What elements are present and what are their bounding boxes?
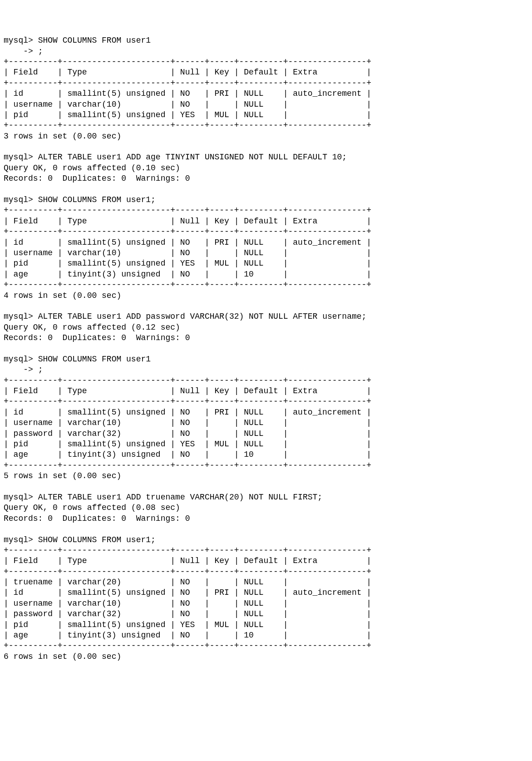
- table-row: | password | varchar(32) | NO | | NULL |…: [4, 429, 371, 438]
- sql-command: ALTER TABLE user1 ADD password VARCHAR(3…: [38, 312, 367, 321]
- continuation-prompt: ->: [4, 47, 38, 56]
- table-row: | id | smallint(5) unsigned | NO | PRI |…: [4, 408, 371, 417]
- table-border: +----------+----------------------+-----…: [4, 57, 371, 66]
- prompt: mysql>: [4, 153, 38, 162]
- table-border: +----------+----------------------+-----…: [4, 567, 371, 576]
- table-border: +----------+----------------------+-----…: [4, 376, 371, 385]
- sql-command: ;: [38, 47, 43, 56]
- table-border: +----------+----------------------+-----…: [4, 206, 371, 215]
- table-border: +----------+----------------------+-----…: [4, 546, 371, 555]
- table-row: | pid | smallint(5) unsigned | YES | MUL…: [4, 440, 371, 449]
- table-row: | age | tinyint(3) unsigned | NO | | 10 …: [4, 270, 371, 279]
- sql-command: ;: [38, 365, 43, 374]
- table-row: | id | smallint(5) unsigned | NO | PRI |…: [4, 238, 371, 247]
- table-header: | Field | Type | Null | Key | Default | …: [4, 386, 371, 395]
- sql-command: SHOW COLUMNS FROM user1;: [38, 195, 156, 204]
- prompt: mysql>: [4, 535, 38, 544]
- records-line: Records: 0 Duplicates: 0 Warnings: 0: [4, 174, 190, 183]
- prompt: mysql>: [4, 195, 38, 204]
- prompt: mysql>: [4, 493, 38, 502]
- table-row: | pid | smallint(5) unsigned | YES | MUL…: [4, 620, 371, 629]
- sql-command: SHOW COLUMNS FROM user1: [38, 355, 151, 364]
- table-header: | Field | Type | Null | Key | Default | …: [4, 217, 371, 226]
- result-summary: 3 rows in set (0.00 sec): [4, 132, 121, 141]
- table-row: | pid | smallint(5) unsigned | YES | MUL…: [4, 259, 371, 268]
- table-row: | id | smallint(5) unsigned | NO | PRI |…: [4, 588, 371, 597]
- prompt: mysql>: [4, 36, 38, 45]
- prompt: mysql>: [4, 355, 38, 364]
- sql-command: SHOW COLUMNS FROM user1;: [38, 535, 156, 544]
- table-row: | id | smallint(5) unsigned | NO | PRI |…: [4, 89, 371, 98]
- sql-command: SHOW COLUMNS FROM user1: [38, 36, 151, 45]
- result-summary: 6 rows in set (0.00 sec): [4, 652, 121, 661]
- records-line: Records: 0 Duplicates: 0 Warnings: 0: [4, 514, 190, 523]
- table-row: | truename | varchar(20) | NO | | NULL |…: [4, 578, 371, 587]
- table-row: | password | varchar(32) | NO | | NULL |…: [4, 609, 371, 618]
- continuation-prompt: ->: [4, 365, 38, 374]
- table-row: | username | varchar(10) | NO | | NULL |…: [4, 599, 371, 608]
- sql-command: ALTER TABLE user1 ADD age TINYINT UNSIGN…: [38, 153, 347, 162]
- table-border: +----------+----------------------+-----…: [4, 121, 371, 130]
- table-border: +----------+----------------------+-----…: [4, 79, 371, 88]
- query-ok: Query OK, 0 rows affected (0.10 sec): [4, 163, 180, 173]
- sql-command: ALTER TABLE user1 ADD truename VARCHAR(2…: [38, 493, 323, 502]
- table-border: +----------+----------------------+-----…: [4, 461, 371, 470]
- records-line: Records: 0 Duplicates: 0 Warnings: 0: [4, 333, 190, 342]
- result-summary: 4 rows in set (0.00 sec): [4, 291, 121, 300]
- table-header: | Field | Type | Null | Key | Default | …: [4, 556, 371, 565]
- prompt: mysql>: [4, 312, 38, 321]
- result-summary: 5 rows in set (0.00 sec): [4, 471, 121, 480]
- query-ok: Query OK, 0 rows affected (0.12 sec): [4, 323, 180, 332]
- table-border: +----------+----------------------+-----…: [4, 641, 371, 650]
- table-border: +----------+----------------------+-----…: [4, 227, 371, 236]
- table-border: +----------+----------------------+-----…: [4, 280, 371, 289]
- table-row: | age | tinyint(3) unsigned | NO | | 10 …: [4, 631, 371, 640]
- table-header: | Field | Type | Null | Key | Default | …: [4, 68, 371, 77]
- query-ok: Query OK, 0 rows affected (0.08 sec): [4, 503, 180, 512]
- table-row: | username | varchar(10) | NO | | NULL |…: [4, 418, 371, 427]
- table-row: | age | tinyint(3) unsigned | NO | | 10 …: [4, 450, 371, 459]
- table-row: | username | varchar(10) | NO | | NULL |…: [4, 100, 371, 109]
- table-border: +----------+----------------------+-----…: [4, 397, 371, 406]
- table-row: | username | varchar(10) | NO | | NULL |…: [4, 248, 371, 257]
- table-row: | pid | smallint(5) unsigned | YES | MUL…: [4, 110, 371, 119]
- terminal-output: mysql> SHOW COLUMNS FROM user1 -> ; +---…: [4, 35, 528, 662]
